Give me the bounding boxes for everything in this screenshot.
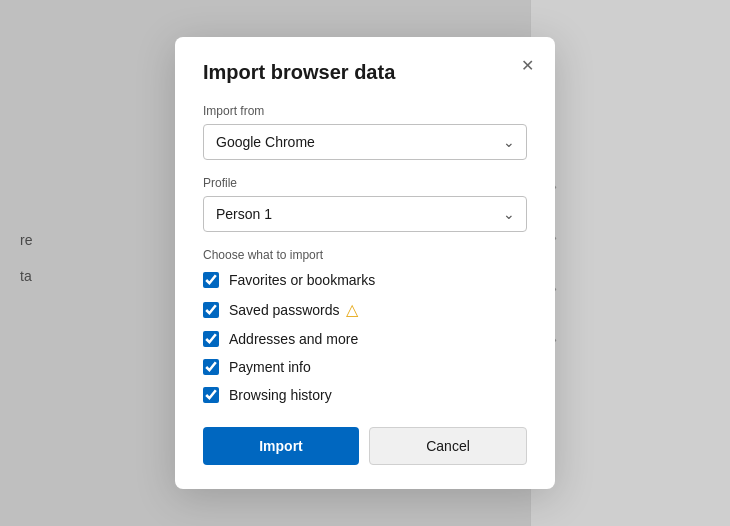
checkbox-passwords[interactable]: Saved passwords △ — [203, 300, 527, 319]
checkbox-payment[interactable]: Payment info — [203, 359, 527, 375]
profile-label: Profile — [203, 176, 527, 190]
choose-label: Choose what to import — [203, 248, 527, 262]
profile-select[interactable]: Person 1 Person 2 — [203, 196, 527, 232]
checkbox-favorites[interactable]: Favorites or bookmarks — [203, 272, 527, 288]
checkbox-payment-input[interactable] — [203, 359, 219, 375]
checkbox-addresses-label: Addresses and more — [229, 331, 358, 347]
import-dialog: ✕ Import browser data Import from Google… — [175, 37, 555, 489]
cancel-button[interactable]: Cancel — [369, 427, 527, 465]
checkbox-history-input[interactable] — [203, 387, 219, 403]
modal-overlay: ✕ Import browser data Import from Google… — [0, 0, 730, 526]
import-from-wrapper: Google Chrome Microsoft Edge Firefox Ope… — [203, 124, 527, 160]
checkbox-passwords-label: Saved passwords △ — [229, 300, 358, 319]
profile-wrapper: Person 1 Person 2 ⌄ — [203, 196, 527, 232]
checkbox-favorites-input[interactable] — [203, 272, 219, 288]
import-button[interactable]: Import — [203, 427, 359, 465]
dialog-title: Import browser data — [203, 61, 527, 84]
import-from-label: Import from — [203, 104, 527, 118]
close-button[interactable]: ✕ — [513, 51, 541, 79]
checkbox-payment-label: Payment info — [229, 359, 311, 375]
checkbox-addresses-input[interactable] — [203, 331, 219, 347]
checkbox-favorites-label: Favorites or bookmarks — [229, 272, 375, 288]
checkbox-list: Favorites or bookmarks Saved passwords △… — [203, 272, 527, 403]
checkbox-history[interactable]: Browsing history — [203, 387, 527, 403]
import-from-select[interactable]: Google Chrome Microsoft Edge Firefox Ope… — [203, 124, 527, 160]
checkbox-history-label: Browsing history — [229, 387, 332, 403]
checkbox-passwords-input[interactable] — [203, 302, 219, 318]
dialog-footer: Import Cancel — [203, 427, 527, 465]
checkbox-addresses[interactable]: Addresses and more — [203, 331, 527, 347]
warning-icon: △ — [346, 300, 358, 319]
